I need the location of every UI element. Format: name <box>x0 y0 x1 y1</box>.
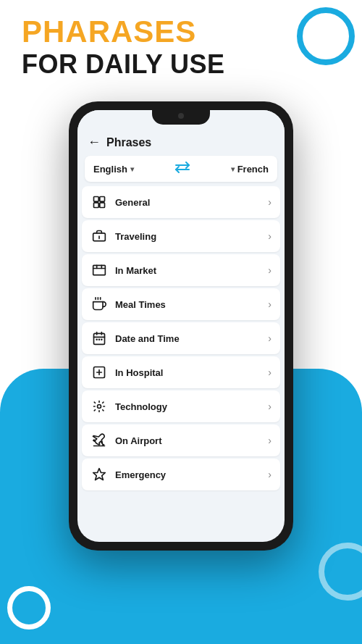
general-icon <box>90 193 108 211</box>
menu-item-datetime[interactable]: Date and Time › <box>82 322 280 354</box>
menu-item-hospital[interactable]: In Hospital › <box>82 356 280 388</box>
chevron-icon-traveling: › <box>268 230 272 242</box>
chevron-icon-emergency: › <box>268 469 272 480</box>
language-right-label: French <box>237 164 269 175</box>
menu-item-meal-label: Meal Times <box>115 299 261 310</box>
menu-item-traveling[interactable]: Traveling › <box>82 220 280 252</box>
airport-icon <box>90 432 108 449</box>
back-arrow-icon[interactable]: ← <box>88 135 101 150</box>
menu-item-airport[interactable]: On Airport › <box>82 425 280 456</box>
svg-point-23 <box>98 405 101 409</box>
svg-rect-3 <box>100 203 105 208</box>
menu-item-meal[interactable]: Meal Times › <box>82 288 280 320</box>
language-left[interactable]: English ▾ <box>93 164 134 175</box>
menu-item-airport-label: On Airport <box>115 435 261 446</box>
market-icon <box>90 262 108 279</box>
meal-icon <box>90 296 108 313</box>
phone-mockup: ← Phrases English ▾ ▾ French <box>69 101 293 551</box>
language-right[interactable]: ▾ French <box>231 164 269 175</box>
header: PHARASES FOR DAILY USE <box>22 14 225 80</box>
svg-rect-0 <box>94 197 99 202</box>
decorative-circle-top-right <box>297 7 355 65</box>
menu-item-emergency[interactable]: Emergency › <box>82 459 280 490</box>
language-left-arrow-icon: ▾ <box>130 165 134 173</box>
menu-item-traveling-label: Traveling <box>115 231 261 242</box>
chevron-icon-airport: › <box>268 435 272 446</box>
chevron-icon-general: › <box>268 196 272 208</box>
language-selector[interactable]: English ▾ ▾ French <box>85 156 277 182</box>
header-pharases: PHARASES <box>22 14 225 49</box>
chevron-icon-market: › <box>268 264 272 276</box>
menu-item-technology[interactable]: Technology › <box>82 390 280 422</box>
decorative-circle-bottom-left <box>7 586 51 630</box>
menu-item-technology-label: Technology <box>115 401 261 412</box>
svg-marker-25 <box>93 469 106 480</box>
language-right-arrow-icon: ▾ <box>231 165 235 173</box>
menu-item-market-label: In Market <box>115 265 261 276</box>
swap-languages-icon[interactable] <box>175 162 190 176</box>
menu-item-datetime-label: Date and Time <box>115 333 261 344</box>
chevron-icon-hospital: › <box>268 367 272 378</box>
menu-item-general[interactable]: General › <box>82 186 280 218</box>
menu-item-emergency-label: Emergency <box>115 469 261 480</box>
menu-item-general-label: General <box>115 197 261 208</box>
header-subtitle: FOR DAILY USE <box>22 49 225 80</box>
app-header: ← Phrases <box>77 130 285 156</box>
svg-rect-6 <box>93 265 106 275</box>
hospital-icon <box>90 364 108 381</box>
language-left-label: English <box>93 164 127 175</box>
traveling-icon <box>90 227 108 245</box>
menu-list: General › Traveling › <box>77 186 285 542</box>
phone-screen: ← Phrases English ▾ ▾ French <box>77 110 285 542</box>
svg-rect-1 <box>94 203 99 208</box>
chevron-icon-datetime: › <box>268 333 272 344</box>
svg-rect-2 <box>100 197 105 202</box>
datetime-icon <box>90 330 108 347</box>
technology-icon <box>90 398 108 415</box>
chevron-icon-meal: › <box>268 298 272 310</box>
phone-camera <box>178 113 184 119</box>
menu-item-hospital-label: In Hospital <box>115 367 261 378</box>
chevron-icon-technology: › <box>268 401 272 412</box>
app-title: Phrases <box>106 136 151 149</box>
menu-item-market[interactable]: In Market › <box>82 254 280 286</box>
emergency-icon <box>90 466 108 483</box>
